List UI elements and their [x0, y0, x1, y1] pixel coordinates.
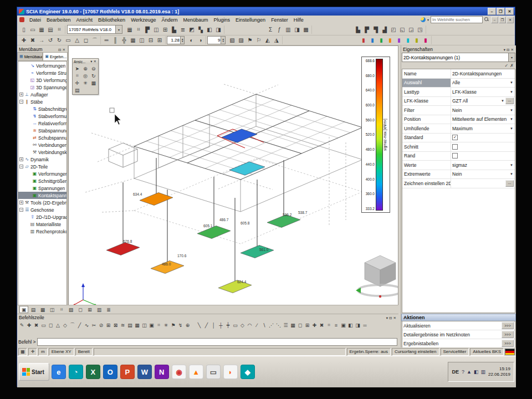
toolbar-icon[interactable]: △: [73, 36, 81, 44]
taskbar-app-icon[interactable]: ◆: [241, 365, 255, 379]
taskbar-app-icon[interactable]: X: [86, 365, 100, 379]
result-pad[interactable]: [140, 193, 173, 206]
toolbar-icon[interactable]: ◐: [187, 36, 196, 44]
properties-toolbar-icon[interactable]: ✓: [505, 63, 509, 68]
property-row[interactable]: Standard ▼ ...: [402, 134, 515, 143]
command-tool-icon[interactable]: ◻: [47, 321, 54, 329]
result-pad[interactable]: [241, 245, 274, 258]
toolbar-icon[interactable]: ╬: [120, 36, 129, 44]
chevron-down-icon[interactable]: ▼: [509, 90, 514, 94]
tree-expander[interactable]: −: [19, 208, 23, 212]
menu-item[interactable]: Einstellungen: [233, 17, 268, 23]
command-tool-icon[interactable]: ⌗: [325, 321, 332, 329]
view-tool-icon[interactable]: ▤: [73, 86, 81, 94]
ellipsis-button[interactable]: ...: [505, 180, 514, 187]
view-tab-icon[interactable]: ⊞: [85, 306, 94, 313]
tree-expander[interactable]: +: [19, 93, 23, 96]
tree-item[interactable]: − ☰ Geschosse: [18, 206, 66, 213]
command-tool-icon[interactable]: ▤: [126, 321, 134, 329]
view-tool-icon[interactable]: ▦: [89, 79, 98, 86]
toolbar-icon[interactable]: ▛: [362, 25, 371, 34]
palette-control-button[interactable]: ▾: [90, 59, 93, 63]
tree-item[interactable]: ⇄ Schubspannung: [18, 134, 66, 141]
project-combobox[interactable]: 17057 Rothfels V18.0 ▾: [67, 25, 122, 34]
chevron-down-icon[interactable]: ▾: [427, 18, 429, 22]
property-row[interactable]: Auswahl Alle ▼ ...: [402, 79, 515, 88]
command-tool-icon[interactable]: ✳: [162, 321, 170, 329]
menu-item[interactable]: Bearbeiten: [44, 17, 74, 23]
command-tool-icon[interactable]: ◻: [296, 321, 304, 329]
toolbar-icon[interactable]: ◳: [416, 25, 424, 34]
window-control-button[interactable]: –: [488, 8, 496, 15]
tree-item[interactable]: ▣ Spannungen: [18, 185, 66, 192]
tray-icon[interactable]: ◧: [474, 369, 479, 375]
toolbar-icon[interactable]: ◲: [407, 25, 416, 34]
checkbox[interactable]: [452, 153, 458, 158]
status-setting-cell[interactable]: Aktuelles BKS: [470, 348, 504, 356]
tree-item[interactable]: ⚯ Verbindungen: [18, 141, 66, 149]
tree-item[interactable]: ↯ Stabverformungen: [18, 112, 66, 120]
taskbar-app-icon[interactable]: N: [155, 365, 169, 379]
command-tool-icon[interactable]: ☰: [282, 321, 289, 329]
taskbar-app-icon[interactable]: W: [137, 365, 152, 379]
tree-item[interactable]: ⇧ 2D-/1D-Upgrade: [18, 213, 66, 221]
tree-item[interactable]: ⇅ Stabschnittgrößen: [18, 105, 66, 112]
view-tool-icon[interactable]: ⊖: [89, 65, 98, 72]
command-tool-icon[interactable]: ◨: [354, 321, 361, 329]
menu-item[interactable]: Fenster: [268, 17, 291, 23]
chevron-down-icon[interactable]: ▼: [509, 172, 514, 176]
result-pad[interactable]: [218, 280, 252, 293]
view-tab-icon[interactable]: ▥: [95, 306, 104, 313]
command-tool-icon[interactable]: ⋱: [275, 321, 282, 329]
toolbar-icon[interactable]: ◰: [389, 25, 398, 34]
taskbar-app-icon[interactable]: ▲: [189, 365, 203, 379]
command-tool-icon[interactable]: ╲: [196, 321, 203, 329]
toolbar-icon[interactable]: ▙: [170, 25, 178, 34]
tree-expander[interactable]: +: [19, 201, 23, 204]
property-row[interactable]: Zeichnen einstellen 2D ▼ ...: [402, 179, 515, 188]
view-tool-icon[interactable]: ➤: [73, 65, 81, 72]
color-toolbar-icon[interactable]: ▮: [395, 36, 403, 44]
chevron-down-icon[interactable]: ▼: [500, 99, 505, 103]
tree-item[interactable]: ▣ Kontaktspannungen: [18, 192, 66, 199]
property-value[interactable]: Maximum ▼ ...: [451, 126, 515, 131]
view-tab-icon[interactable]: ≣: [104, 306, 113, 313]
spinner-arrows[interactable]: ▲▼: [221, 37, 224, 44]
toolbar-icon[interactable]: ⌗: [55, 25, 64, 34]
view-tab-icon[interactable]: ▧: [66, 306, 75, 313]
help-search-input[interactable]: [431, 16, 483, 23]
view-tool-icon[interactable]: ⌗: [73, 72, 81, 79]
property-value[interactable]: 2D-Kontaktspannungen ▼ ...: [451, 71, 515, 76]
command-tool-icon[interactable]: │: [210, 321, 217, 329]
toolbar-icon[interactable]: Σ: [266, 25, 275, 34]
view-tab-icon[interactable]: ◫: [48, 306, 57, 313]
view-tool-icon[interactable]: ◎: [81, 72, 90, 79]
command-input[interactable]: [37, 338, 397, 346]
toolbar-icon[interactable]: ƒ: [275, 25, 284, 34]
panel-header-button[interactable]: ✕: [393, 316, 397, 320]
status-setting-cell[interactable]: Cursorfang einstellen: [392, 348, 439, 356]
property-value[interactable]: GZT All ▼ ...: [451, 98, 515, 104]
property-row[interactable]: Name 2D-Kontaktspannungen ▼ ...: [402, 69, 515, 79]
toolbar-icon[interactable]: ▦: [129, 36, 137, 44]
panel-header-button[interactable]: ⊡: [506, 48, 510, 52]
toolbar-icon[interactable]: ▦: [37, 25, 46, 34]
window-control-button[interactable]: ✕: [505, 8, 514, 15]
action-execute-button[interactable]: >>>: [502, 340, 514, 347]
toolbar-icon[interactable]: ║: [111, 36, 120, 44]
toolbar-icon[interactable]: ⌗: [134, 25, 143, 34]
command-tool-icon[interactable]: ▭: [232, 321, 239, 329]
tray-icon[interactable]: ▥: [480, 369, 485, 375]
toolbar-icon[interactable]: ▟: [380, 25, 389, 34]
toolbar-icon[interactable]: ▭: [28, 25, 37, 34]
view-tab-icon[interactable]: ▣: [19, 306, 28, 313]
tree-item[interactable]: − ▱ 2D-Teile: [18, 163, 66, 170]
toolbar-icon[interactable]: ↻: [55, 36, 64, 44]
chevron-down-icon[interactable]: ▼: [509, 109, 514, 112]
scale-stepper[interactable]: 1.28 ▲▼: [167, 36, 185, 44]
toolbar-icon[interactable]: ▩: [301, 25, 310, 34]
toolbar-icon[interactable]: ▜: [371, 25, 380, 34]
chevron-down-icon[interactable]: ▼: [509, 81, 514, 84]
tree-item[interactable]: + ⊥ Auflager: [18, 91, 66, 98]
chevron-down-icon[interactable]: ▾: [115, 25, 122, 33]
